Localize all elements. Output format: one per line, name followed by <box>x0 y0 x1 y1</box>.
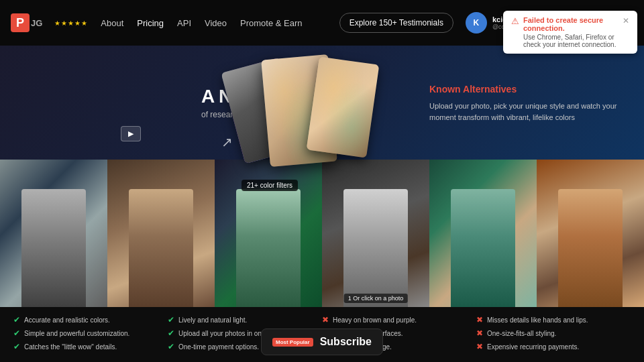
star-5: ★ <box>81 19 87 27</box>
pro-2-1: ✔ Lively and natural light. <box>168 315 322 324</box>
arrow-icon: ↗ <box>221 134 233 150</box>
logo-p-icon: P <box>11 13 30 32</box>
hero-right-body: Upload your photo, pick your unique styl… <box>429 101 617 123</box>
pro-2-3-text: One-time payment options. <box>178 343 259 351</box>
pro-1-1: ✔ Accurate and realistic colors. <box>13 315 168 324</box>
subscribe-title: Subscribe <box>320 336 372 348</box>
nav-links: About Pricing API Video Promote & Earn <box>95 15 307 31</box>
gallery-person-2 <box>129 189 193 307</box>
known-alternatives-heading: Known Alternatives <box>429 82 617 97</box>
nav-api[interactable]: API <box>172 15 197 31</box>
hero-right: Known Alternatives Upload your photo, pi… <box>429 82 617 123</box>
check-icon-5: ✔ <box>168 328 174 338</box>
toast-body: Use Chrome, Safari, Firefox or check you… <box>523 34 619 48</box>
toast-close-icon[interactable]: ✕ <box>623 16 629 25</box>
toast-content: Failed to create secure connection. Use … <box>523 16 619 48</box>
card-3 <box>307 56 380 158</box>
x-icon-6: ✖ <box>476 342 483 351</box>
nav-video[interactable]: Video <box>199 15 232 31</box>
pro-1-3-text: Catches the "little wow" details. <box>24 343 117 351</box>
logo[interactable]: P JG <box>11 13 42 32</box>
toast-title: Failed to create secure connection. <box>523 16 619 32</box>
most-popular-badge: Most Popular <box>272 338 313 347</box>
check-icon-1: ✔ <box>13 315 20 324</box>
nav-promote-earn[interactable]: Promote & Earn <box>235 15 308 31</box>
check-icon-4: ✔ <box>168 315 174 324</box>
pro-1-2: ✔ Simple and powerful customization. <box>13 328 168 338</box>
star-2: ★ <box>61 19 67 27</box>
star-3: ★ <box>68 19 74 27</box>
filter-badge: 21+ color filters <box>241 180 298 191</box>
con-2-3: ✖ Expensive recurring payments. <box>476 342 631 351</box>
subscribe-popup: Most Popular Subscribe <box>261 328 383 355</box>
nav-pricing[interactable]: Pricing <box>131 15 169 31</box>
pro-1-2-text: Simple and powerful customization. <box>24 330 129 337</box>
gallery-item-5[interactable] <box>429 160 537 307</box>
star-rating: ★ ★ ★ ★ ★ <box>54 19 87 27</box>
con-2-2: ✖ One-size-fits-all styling. <box>476 328 631 338</box>
pro-2-1-text: Lively and natural light. <box>178 316 247 324</box>
check-icon-3: ✔ <box>13 342 20 351</box>
pros-col-1: ✔ Accurate and realistic colors. ✔ Simpl… <box>13 315 168 351</box>
gallery-person-6 <box>558 189 623 307</box>
testimonials-button[interactable]: Explore 150+ Testimonials <box>339 13 453 33</box>
con-1-1: ✖ Heavy on brown and purple. <box>322 315 476 324</box>
card-3-image <box>307 56 380 158</box>
nav-about[interactable]: About <box>95 15 129 31</box>
gallery-person-1 <box>21 189 86 307</box>
gallery-item-1[interactable] <box>0 160 107 307</box>
star-4: ★ <box>74 19 80 27</box>
logo-jg: JG <box>31 18 42 28</box>
gallery-label: 1 Or click on a photo <box>344 294 408 303</box>
warning-icon: ⚠ <box>511 16 519 26</box>
x-icon-4: ✖ <box>476 315 483 324</box>
con-1-1-text: Heavy on brown and purple. <box>333 316 417 324</box>
x-icon-5: ✖ <box>476 328 483 338</box>
avatar: K <box>466 12 487 34</box>
check-icon-2: ✔ <box>13 328 20 338</box>
gallery-item-6[interactable] <box>537 160 644 307</box>
con-2-2-text: One-size-fits-all styling. <box>487 330 556 337</box>
cons-col-2: ✖ Misses details like hands and lips. ✖ … <box>476 315 631 351</box>
check-icon-6: ✔ <box>168 342 174 351</box>
con-2-3-text: Expensive recurring payments. <box>487 343 579 351</box>
pro-1-3: ✔ Catches the "little wow" details. <box>13 342 168 351</box>
con-2-1-text: Misses details like hands and lips. <box>487 316 588 324</box>
star-1: ★ <box>54 19 60 27</box>
x-icon-1: ✖ <box>322 315 329 324</box>
gallery-person-5 <box>451 189 515 307</box>
try-button[interactable]: ▶ <box>121 126 141 141</box>
error-toast: ⚠ Failed to create secure connection. Us… <box>503 11 637 54</box>
con-2-1: ✖ Misses details like hands and lips. <box>476 315 631 324</box>
pro-1-1-text: Accurate and realistic colors. <box>24 316 110 324</box>
gallery-item-2[interactable] <box>107 160 215 307</box>
